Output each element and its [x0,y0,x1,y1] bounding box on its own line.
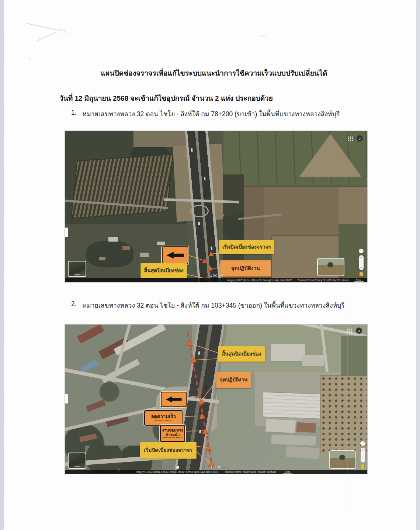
layers-button[interactable]: Layers [68,453,86,469]
map-1-satellite-image: เริ่มปิดเบี่ยงช่องจราจร จุดปฏิบัติงาน สิ… [65,131,367,282]
scan-notch [65,394,68,403]
zoom-out-icon[interactable]: − [362,458,364,462]
roadwork-line2: ข้างหน้า [166,432,180,437]
scanned-document-page: แผนปิดช่องจราจรเพื่อแก้ไขระบบแนะนำการใช้… [0,0,420,530]
terrain-building [140,253,149,257]
vehicle [205,386,207,390]
document-intro-line: วันที่ 12 มิถุนายน 2568 จะเข้าแก้ไขอุปกร… [59,93,273,104]
scan-smudge [37,32,56,41]
scan-right-edge [416,0,420,530]
vehicle [198,222,200,225]
reduce-speed-subtext: REDUCE SPEED [155,420,171,422]
list-item-1-text: หมายเลขทางหลวง 32 ตอน ไชโย - สิงห์ใต้ กม… [83,109,340,119]
map-controls[interactable]: +− [360,441,365,469]
list-item-2-number: 2. [71,300,77,311]
roadwork-line1: งานซ่อมทาง [162,428,183,432]
left-arrow-icon [165,251,185,259]
google-watermark: Google [211,465,225,469]
terrain-building-white [271,344,305,361]
road-dot [176,466,179,469]
zoom-controls[interactable]: +− [361,448,365,463]
apps-grid-icon[interactable] [348,136,353,142]
list-item-2-text: หมายเลขทางหลวง 32 ตอน ไชโย - สิงห์ใต้ กม… [83,300,345,311]
zoom-in-icon[interactable]: + [360,256,362,260]
uturn-loop [190,205,209,217]
scale-label: 70 m [283,471,292,474]
vehicle [211,246,212,250]
streetview-thumbnail[interactable] [317,258,344,276]
roadwork-subtext: ROAD WORK AHEAD [163,437,182,439]
terrain-building-white [286,446,320,459]
terrain-field [133,131,189,147]
paper-sheet: แผนปิดช่องจราจรเพื่อแก้ไขระบบแนะนำการใช้… [4,0,416,530]
layers-label: Layers [74,273,80,276]
terrain-building-white [302,355,324,366]
terrain-building [99,257,105,260]
reduce-speed-text: ลดความเร็ว [151,414,176,420]
account-avatar[interactable]: J [357,135,363,142]
terrain-pond [86,241,133,267]
vehicle [191,148,193,152]
scan-smudge [258,35,266,37]
label-end-closure: สิ้นสุดปิดเบี่ยงช่อง [218,346,265,362]
detour-arrow-sign [162,246,188,264]
reduce-speed-sign: ลดความเร็ว REDUCE SPEED [144,410,183,426]
scan-smudge [28,57,31,60]
scan-left-edge [0,0,4,530]
terrain-plantation-rows [71,154,173,219]
streetview-thumbnail[interactable] [329,450,356,469]
terrain-building-white [271,434,316,446]
map-2-satellite-image: สิ้นสุดปิดเบี่ยงช่อง จุดปฏิบัติงาน ลดควา… [65,325,367,474]
google-watermark: Google [209,273,223,277]
scale-label: 50 m [354,279,364,282]
map-attribution-bar: Imagery ©2023 Airbus, Maxar Technologies… [65,278,367,282]
terrain-roof-rust [296,422,316,433]
account-avatar[interactable]: J [356,328,362,334]
layers-button[interactable]: Layers [68,261,86,277]
zoom-out-icon[interactable]: − [360,266,362,269]
layers-label: Layers [74,465,80,467]
compass-icon[interactable] [359,249,364,253]
label-end-closure: สิ้นสุดปิดเบี่ยงช่อง [140,263,187,278]
list-item-1: 1. หมายเลขทางหลวง 32 ตอน ไชโย - สิงห์ใต้… [71,109,340,119]
label-start-closure: เริ่มปิดเบี่ยงช่องจราจร [219,240,274,254]
roadwork-ahead-sign: งานซ่อมทาง ข้างหน้า ROAD WORK AHEAD [160,425,185,442]
vehicle [199,430,201,434]
attribution-links[interactable]: Thailand Terms Privacy Send Product Feed… [298,279,349,281]
scan-smudge [26,23,60,31]
compass-icon[interactable] [360,441,365,446]
map-attribution-bar: Imagery ©2023 Airbus, CNES / Airbus, Max… [65,470,367,474]
terrain-building-white [265,419,296,433]
scan-crease-line [347,310,347,511]
label-start-closure: เริ่มปิดเบี่ยงช่องจราจร [140,442,197,459]
apps-grid-icon[interactable] [347,328,353,334]
zoom-controls[interactable]: +− [359,255,364,270]
pegman-icon[interactable] [360,272,363,276]
zoom-in-icon[interactable]: + [362,448,364,452]
list-item-2: 2. หมายเลขทางหลวง 32 ตอน ไชโย - สิงห์ใต้… [71,300,345,311]
scan-notch [65,228,68,237]
terrain-building [108,237,118,242]
detour-arrow-sign [161,392,187,407]
list-item-1-number: 1. [71,109,77,119]
terrain-building [122,246,130,250]
map-2-terrain [65,325,367,474]
attribution-text: Imagery ©2023 Airbus, Maxar Technologies… [227,279,292,281]
attribution-text: Imagery ©2023 Airbus, CNES / Airbus, Max… [136,471,218,473]
attribution-links[interactable]: Thailand Terms Privacy Send Product Feed… [225,471,276,473]
vehicle [198,351,200,355]
pegman-icon[interactable] [361,464,364,469]
vehicle [204,177,206,180]
label-work-point: จุดปฏิบัติงาน [216,372,251,388]
terrain-green [341,336,367,376]
label-work-point: จุดปฏิบัติงาน [220,260,271,277]
terrain-building [157,242,165,245]
left-arrow-icon [164,396,183,403]
document-title: แผนปิดช่องจราจรเพื่อแก้ไขระบบแนะนำการใช้… [4,67,420,79]
map-controls[interactable]: +− [359,249,364,276]
